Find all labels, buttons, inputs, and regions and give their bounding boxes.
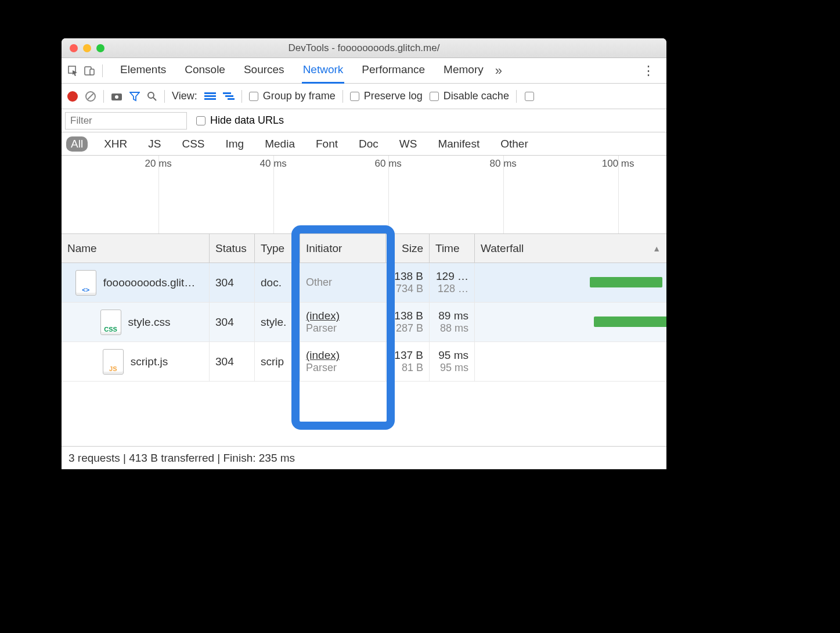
separator [164, 90, 165, 103]
type-filter-manifest[interactable]: Manifest [433, 136, 484, 152]
waterfall-bar [594, 316, 666, 327]
request-initiator-sub: Parser [306, 322, 380, 335]
capture-screenshot-icon[interactable] [111, 92, 122, 101]
filter-icon[interactable] [129, 91, 140, 102]
col-header-name[interactable]: Name [62, 234, 210, 262]
timeline-tick: 100 ms [602, 158, 634, 170]
overflow-tabs-button[interactable]: » [495, 63, 502, 78]
timeline-tick: 20 ms [145, 158, 172, 170]
css-file-icon: CSS [100, 310, 121, 335]
request-time-sub: 95 ms [440, 362, 468, 374]
status-text: 3 requests | 413 B transferred | Finish:… [69, 452, 295, 465]
hide-data-urls-checkbox[interactable]: Hide data URLs [196, 114, 284, 127]
table-row[interactable]: JS script.js 304 scrip (index) Parser 13… [62, 342, 666, 382]
clear-icon[interactable] [85, 91, 96, 102]
request-size: 138 B [394, 270, 423, 283]
request-time: 89 ms [438, 310, 468, 322]
tab-sources[interactable]: Sources [243, 58, 286, 84]
col-header-time[interactable]: Time [430, 234, 475, 262]
type-filter-xhr[interactable]: XHR [99, 136, 132, 152]
separator [343, 90, 343, 103]
device-toolbar-icon[interactable] [81, 63, 98, 79]
request-time: 129 … [436, 270, 468, 283]
separator [241, 90, 242, 103]
request-name: style.css [128, 316, 171, 329]
large-rows-icon[interactable] [204, 92, 216, 101]
svg-line-8 [153, 98, 156, 100]
request-initiator-link[interactable]: (index) [306, 349, 380, 362]
col-header-size[interactable]: Size [386, 234, 430, 262]
col-header-waterfall[interactable]: Waterfall ▲ [475, 234, 666, 262]
timeline-tick: 80 ms [490, 158, 517, 170]
request-name: script.js [131, 355, 168, 368]
document-file-icon: <> [75, 270, 96, 296]
request-size-sub: 287 B [396, 322, 423, 335]
separator [103, 90, 104, 103]
disable-cache-checkbox[interactable]: Disable cache [430, 90, 509, 102]
svg-point-6 [115, 95, 118, 99]
type-filter-doc[interactable]: Doc [354, 136, 383, 152]
request-initiator: Other [306, 276, 380, 289]
request-type: style. [261, 316, 294, 329]
tab-console[interactable]: Console [183, 58, 226, 84]
request-time-sub: 128 … [438, 283, 468, 295]
record-button[interactable] [67, 91, 78, 102]
request-name: foooooooods.glit… [103, 276, 195, 289]
request-type: scrip [261, 355, 294, 368]
svg-rect-13 [225, 95, 233, 97]
request-initiator-link[interactable]: (index) [306, 310, 380, 322]
search-icon[interactable] [147, 91, 157, 102]
preserve-log-checkbox[interactable]: Preserve log [350, 90, 423, 102]
col-header-status[interactable]: Status [210, 234, 255, 262]
timeline-overview[interactable]: 20 ms 40 ms 60 ms 80 ms 100 ms [62, 156, 666, 234]
status-bar: 3 requests | 413 B transferred | Finish:… [62, 446, 666, 469]
request-status: 304 [215, 355, 248, 368]
type-filter-font[interactable]: Font [311, 136, 343, 152]
group-by-frame-checkbox[interactable]: Group by frame [249, 90, 336, 102]
waterfall-bar [590, 277, 662, 287]
filter-input[interactable] [65, 112, 187, 130]
panel-tabs: Elements Console Sources Network Perform… [119, 58, 485, 84]
request-time-sub: 88 ms [440, 322, 468, 335]
type-filter-js[interactable]: JS [143, 136, 165, 152]
network-toolbar: View: Group by frame Preserve log Disabl… [62, 84, 666, 109]
col-header-type[interactable]: Type [255, 234, 300, 262]
type-filter-img[interactable]: Img [221, 136, 249, 152]
type-filter-other[interactable]: Other [496, 136, 533, 152]
svg-rect-10 [204, 95, 216, 97]
table-row[interactable]: <> foooooooods.glit… 304 doc. Other 138 … [62, 263, 666, 303]
type-filter-css[interactable]: CSS [177, 136, 209, 152]
type-filter-media[interactable]: Media [260, 136, 300, 152]
svg-rect-12 [223, 92, 231, 94]
offline-checkbox-partial[interactable] [525, 92, 534, 101]
col-header-initiator[interactable]: Initiator [300, 234, 386, 262]
request-type: doc. [261, 276, 294, 289]
type-filter-ws[interactable]: WS [395, 136, 422, 152]
tab-elements[interactable]: Elements [119, 58, 167, 84]
svg-rect-11 [204, 98, 216, 100]
devtools-menu-button[interactable]: ⋮ [642, 63, 655, 78]
type-filter-all[interactable]: All [66, 136, 88, 152]
table-header-row: Name Status Type Initiator Size Time Wat… [62, 234, 666, 263]
window-title: DevTools - foooooooods.glitch.me/ [62, 42, 666, 54]
request-size: 138 B [394, 310, 423, 322]
panel-tabbar: Elements Console Sources Network Perform… [62, 58, 666, 84]
window-titlebar: DevTools - foooooooods.glitch.me/ [62, 38, 666, 58]
tab-network[interactable]: Network [302, 58, 345, 84]
waterfall-view-icon[interactable] [223, 92, 235, 101]
table-row[interactable]: CSS style.css 304 style. (index) Parser … [62, 303, 666, 342]
tab-performance[interactable]: Performance [360, 58, 426, 84]
sort-indicator-icon: ▲ [652, 244, 661, 253]
filter-bar: Hide data URLs [62, 109, 666, 132]
inspect-element-icon[interactable] [65, 63, 81, 79]
svg-rect-2 [90, 69, 94, 75]
devtools-window: DevTools - foooooooods.glitch.me/ Elemen… [62, 38, 666, 469]
resource-type-filters: All XHR JS CSS Img Media Font Doc WS Man… [62, 132, 666, 156]
request-size-sub: 734 B [396, 283, 423, 295]
svg-point-7 [148, 92, 154, 98]
tab-memory[interactable]: Memory [442, 58, 485, 84]
timeline-tick: 40 ms [260, 158, 287, 170]
request-size: 137 B [394, 349, 423, 362]
request-status: 304 [215, 276, 248, 289]
view-label: View: [172, 90, 197, 102]
